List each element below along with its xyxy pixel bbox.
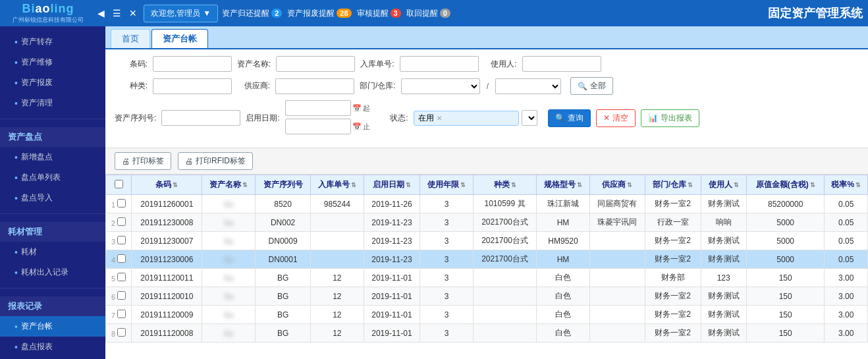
sidebar-item-inventory-list[interactable]: 盘点单列表 bbox=[0, 167, 105, 188]
clear-icon: ✕ bbox=[603, 113, 610, 123]
select-all-checkbox[interactable] bbox=[115, 180, 123, 188]
content-area: 首页 资产台帐 条码: 资产名称: 入库单号: 使用人: 种类: 供应商: bbox=[105, 26, 868, 359]
cell-seq: BG bbox=[256, 287, 310, 306]
cell-years: 3 bbox=[420, 287, 473, 306]
welcome-button[interactable]: 欢迎您,管理员 ▼ bbox=[144, 5, 218, 22]
sidebar-item-label: 资产台帐 bbox=[21, 321, 53, 332]
date-end-input[interactable] bbox=[285, 119, 351, 134]
export-button[interactable]: 📊 导出报表 bbox=[641, 109, 699, 127]
cell-tax: 3.00 bbox=[825, 306, 868, 324]
cell-barcode: 201911230007 bbox=[132, 232, 202, 250]
cell-amount: 150 bbox=[746, 287, 825, 306]
cell-start-date: 2019-11-23 bbox=[364, 213, 420, 232]
col-amount: 原值金额(含税)⇅ bbox=[746, 175, 825, 195]
print-label-button[interactable]: 🖨 打印标签 bbox=[115, 152, 171, 170]
asset-name-label: 资产名称: bbox=[237, 59, 271, 70]
sub-dept-select[interactable] bbox=[495, 78, 561, 94]
cell-supplier bbox=[590, 324, 645, 343]
sidebar-section-consumables: 耗材管理 耗材 耗材出入记录 bbox=[0, 217, 105, 285]
sidebar-item-asset-ledger[interactable]: 资产台帐 bbox=[0, 316, 105, 337]
cell-amount: 150 bbox=[746, 269, 825, 287]
status-select-arrow[interactable] bbox=[522, 110, 537, 126]
cell-user: 123 bbox=[701, 269, 746, 287]
tab-home[interactable]: 首页 bbox=[111, 29, 150, 48]
sidebar-item-inventory-report[interactable]: 盘点报表 bbox=[0, 337, 105, 357]
menu-icon[interactable]: ☰ bbox=[110, 7, 124, 20]
back-icon[interactable]: ◀ bbox=[95, 7, 107, 20]
alert-scrap[interactable]: 资产报废提醒 28 bbox=[287, 8, 351, 19]
alert-retrieve[interactable]: 取回提醒 0 bbox=[406, 8, 450, 19]
form-panel: 条码: 资产名称: 入库单号: 使用人: 种类: 供应商: 部门/仓库: / bbox=[105, 49, 868, 148]
sidebar-item-scrap[interactable]: 资产报废 bbox=[0, 72, 105, 93]
cell-seq: DN0001 bbox=[256, 250, 310, 269]
cell-category: 2021700台式 bbox=[474, 213, 537, 232]
cell-dept: 财务一室2 bbox=[645, 287, 701, 306]
sidebar-item-new-inventory[interactable]: 新增盘点 bbox=[0, 147, 105, 167]
cell-user: 财务测试 bbox=[701, 250, 746, 269]
cell-barcode: 201911120009 bbox=[132, 306, 202, 324]
clear-button[interactable]: ✕ 清空 bbox=[596, 109, 636, 127]
seq-input[interactable] bbox=[161, 110, 240, 126]
cell-seq: DN0009 bbox=[256, 232, 310, 250]
cell-barcode: 201911120011 bbox=[132, 269, 202, 287]
sidebar-item-clear[interactable]: 资产清理 bbox=[0, 93, 105, 113]
row-checkbox[interactable] bbox=[117, 199, 126, 207]
cell-user: 响响 bbox=[701, 213, 746, 232]
row-checkbox[interactable] bbox=[117, 236, 126, 244]
col-supplier: 供应商⇅ bbox=[590, 175, 645, 195]
category-input[interactable] bbox=[153, 78, 232, 94]
sidebar-item-transfer[interactable]: 资产转存 bbox=[0, 32, 105, 52]
tab-asset-ledger[interactable]: 资产台帐 bbox=[151, 29, 208, 48]
row-checkbox[interactable] bbox=[117, 273, 126, 281]
sidebar-item-inventory-import[interactable]: 盘点导入 bbox=[0, 188, 105, 208]
row-checkbox[interactable] bbox=[117, 217, 126, 226]
cell-spec: HM9520 bbox=[537, 232, 590, 250]
col-storage-no: 入库单号⇅ bbox=[310, 175, 364, 195]
sidebar-item-consumables-record[interactable]: 耗材出入记录 bbox=[0, 262, 105, 283]
search-all-button[interactable]: 🔍 全部 bbox=[570, 77, 613, 95]
cell-storage-no: 12 bbox=[310, 269, 364, 287]
row-checkbox[interactable] bbox=[117, 328, 126, 337]
sidebar-item-maintain[interactable]: 资产维修 bbox=[0, 52, 105, 72]
calendar-end-icon[interactable]: 📅 bbox=[352, 123, 362, 131]
cell-barcode: 201911260001 bbox=[132, 195, 202, 213]
date-end-row: 📅 止 bbox=[285, 119, 370, 134]
logo-area: Biaoling 广州标锐信息科技有限公司 bbox=[5, 2, 91, 24]
table-row: 1 201911260001 Ea 8520 985244 2019-11-26… bbox=[106, 195, 868, 213]
cell-spec: 珠江新城 bbox=[537, 195, 590, 213]
user-input[interactable] bbox=[522, 56, 601, 72]
asset-name-input[interactable] bbox=[276, 56, 355, 72]
query-button[interactable]: 🔍 查询 bbox=[548, 109, 591, 127]
status-label: 状态: bbox=[375, 113, 408, 124]
sidebar-item-consumables[interactable]: 耗材 bbox=[0, 242, 105, 262]
cell-seq: BG bbox=[256, 269, 310, 287]
print-rfid-button[interactable]: 🖨 打印RFID标签 bbox=[178, 152, 253, 170]
storage-no-input[interactable] bbox=[400, 56, 479, 72]
sidebar-section-title-reports: 报表记录 bbox=[0, 296, 105, 316]
cell-spec: HM bbox=[537, 250, 590, 269]
cell-supplier bbox=[590, 250, 645, 269]
query-label: 查询 bbox=[568, 113, 583, 124]
row-checkbox[interactable] bbox=[117, 254, 126, 263]
welcome-label: 欢迎您,管理员 bbox=[151, 8, 200, 19]
barcode-input[interactable] bbox=[153, 56, 232, 72]
row-checkbox[interactable] bbox=[117, 310, 126, 318]
cell-barcode: 201911120008 bbox=[132, 324, 202, 343]
calendar-start-icon[interactable]: 📅 bbox=[352, 104, 362, 113]
alert-review[interactable]: 审核提醒 3 bbox=[357, 8, 401, 19]
cell-start-date: 2019-11-23 bbox=[364, 250, 420, 269]
alert-return[interactable]: 资产归还提醒 2 bbox=[222, 8, 282, 19]
close-icon[interactable]: ✕ bbox=[126, 7, 140, 20]
sidebar-item-label: 耗材出入记录 bbox=[21, 267, 68, 278]
alert-return-label: 资产归还提醒 bbox=[222, 8, 269, 19]
date-start-input[interactable] bbox=[285, 100, 351, 116]
storage-no-label: 入库单号: bbox=[360, 59, 394, 70]
cell-dept: 财务一室2 bbox=[645, 232, 701, 250]
status-tag-close[interactable]: ✕ bbox=[437, 115, 442, 122]
search-all-label: 全部 bbox=[590, 80, 606, 92]
cell-years: 3 bbox=[420, 269, 473, 287]
dept-select[interactable] bbox=[401, 78, 480, 94]
cell-spec: 白色 bbox=[537, 324, 590, 343]
supplier-input[interactable] bbox=[275, 78, 354, 94]
row-checkbox[interactable] bbox=[117, 291, 126, 300]
